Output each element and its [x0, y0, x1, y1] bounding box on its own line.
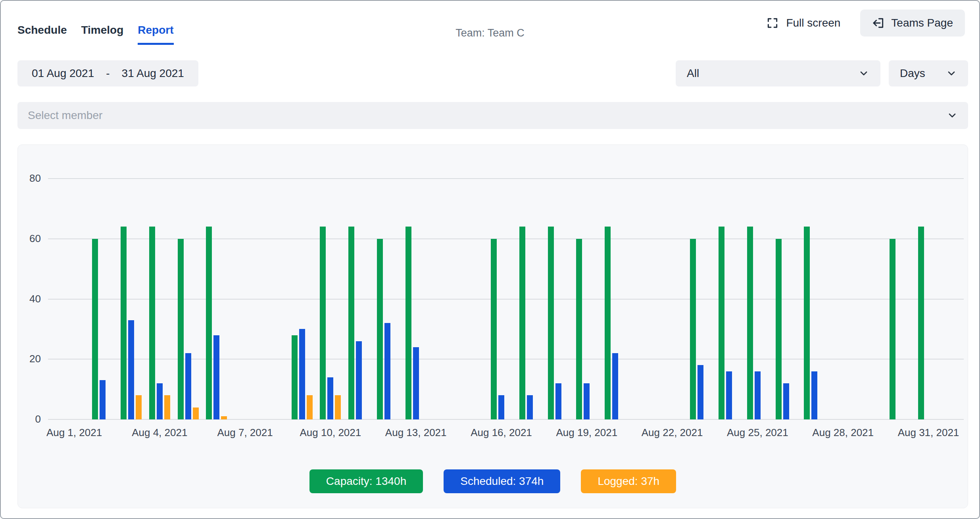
y-axis-tick-label: 40	[17, 293, 41, 305]
bar-scheduled-aug-3	[128, 320, 134, 419]
x-axis-tick-label: Aug 13, 2021	[368, 427, 463, 439]
bar-chart: 020406080Aug 1, 2021Aug 4, 2021Aug 7, 20…	[48, 179, 964, 419]
app-window: Schedule Timelog Report Team: Team C Ful…	[0, 0, 980, 519]
bar-capacity-aug-10	[320, 227, 326, 419]
y-axis-tick-label: 60	[17, 233, 41, 245]
filter-dropdown-all[interactable]: All	[676, 60, 880, 86]
bar-scheduled-aug-20	[612, 353, 618, 419]
x-axis-tick-label: Aug 16, 2021	[454, 427, 549, 439]
y-axis-tick-label: 80	[17, 172, 41, 185]
bar-capacity-aug-18	[548, 227, 554, 419]
bar-scheduled-aug-11	[356, 341, 362, 419]
fullscreen-button[interactable]: Full screen	[764, 16, 843, 30]
bar-logged-aug-5	[193, 408, 199, 419]
y-axis-tick-label: 20	[17, 353, 41, 365]
x-axis-tick-label: Aug 28, 2021	[796, 427, 891, 439]
x-axis-tick-label: Aug 7, 2021	[198, 427, 293, 439]
gridline	[48, 178, 964, 179]
bar-capacity-aug-26	[776, 239, 782, 419]
bar-scheduled-aug-12	[384, 323, 390, 419]
date-end: 31 Aug 2021	[122, 67, 184, 80]
chevron-down-icon	[946, 68, 957, 79]
bar-capacity-aug-20	[605, 227, 611, 419]
bar-capacity-aug-12	[377, 239, 383, 419]
bar-capacity-aug-4	[149, 227, 155, 419]
bar-capacity-aug-2	[92, 239, 98, 419]
granularity-dropdown[interactable]: Days	[889, 60, 968, 86]
gridline	[48, 299, 964, 300]
x-axis-tick-label: Aug 22, 2021	[625, 427, 720, 439]
chart-panel: 020406080Aug 1, 2021Aug 4, 2021Aug 7, 20…	[17, 144, 968, 508]
y-axis-tick-label: 0	[17, 413, 41, 425]
bar-scheduled-aug-24	[726, 371, 732, 419]
teams-page-button[interactable]: Teams Page	[860, 10, 965, 37]
x-axis-tick-label: Aug 31, 2021	[881, 427, 976, 439]
bar-scheduled-aug-16	[498, 395, 504, 419]
bar-scheduled-aug-27	[811, 371, 817, 419]
bar-scheduled-aug-10	[327, 377, 333, 419]
bar-capacity-aug-17	[519, 227, 525, 419]
bar-capacity-aug-16	[491, 239, 497, 419]
date-range-picker[interactable]: 01 Aug 2021 - 31 Aug 2021	[17, 60, 198, 86]
bar-scheduled-aug-25	[755, 371, 761, 419]
bar-scheduled-aug-5	[185, 353, 191, 419]
bar-capacity-aug-9	[292, 335, 298, 419]
date-start: 01 Aug 2021	[32, 67, 94, 80]
topbar-actions: Full screen Teams Page	[764, 10, 965, 37]
bar-scheduled-aug-17	[527, 395, 533, 419]
bar-capacity-aug-31	[918, 227, 924, 419]
teams-page-label: Teams Page	[891, 17, 953, 29]
fullscreen-label: Full screen	[786, 17, 840, 29]
bar-logged-aug-4	[164, 395, 170, 419]
x-axis-tick-label: Aug 1, 2021	[27, 427, 122, 439]
bar-scheduled-aug-6	[213, 335, 219, 419]
legend-logged-button[interactable]: Logged: 37h	[581, 469, 676, 493]
member-select-placeholder: Select member	[28, 109, 102, 122]
bar-capacity-aug-24	[719, 227, 724, 419]
member-select[interactable]: Select member	[17, 102, 968, 129]
bar-scheduled-aug-18	[555, 383, 561, 419]
date-separator: -	[106, 67, 110, 80]
bar-logged-aug-10	[335, 395, 341, 419]
bar-scheduled-aug-9	[299, 329, 305, 419]
bar-capacity-aug-13	[405, 227, 411, 419]
bar-capacity-aug-23	[690, 239, 696, 419]
fullscreen-icon	[766, 17, 779, 29]
legend-scheduled-button[interactable]: Scheduled: 374h	[444, 469, 560, 493]
x-axis-tick-label: Aug 4, 2021	[112, 427, 207, 439]
bar-logged-aug-9	[307, 395, 313, 419]
bar-capacity-aug-11	[348, 227, 354, 419]
x-axis-tick-label: Aug 19, 2021	[539, 427, 634, 439]
legend-capacity-button[interactable]: Capacity: 1340h	[309, 469, 423, 493]
filter-all-value: All	[687, 67, 699, 80]
bar-scheduled-aug-13	[413, 347, 419, 419]
bar-capacity-aug-5	[178, 239, 184, 419]
chart-legend: Capacity: 1340h Scheduled: 374h Logged: …	[18, 469, 968, 493]
bar-logged-aug-6	[221, 416, 227, 419]
exit-arrow-icon	[872, 17, 885, 29]
bar-scheduled-aug-4	[157, 383, 163, 419]
x-axis-tick-label: Aug 10, 2021	[283, 427, 378, 439]
bar-scheduled-aug-19	[584, 383, 590, 419]
bar-scheduled-aug-2	[100, 380, 106, 419]
x-axis-tick-label: Aug 25, 2021	[710, 427, 805, 439]
gridline	[48, 238, 964, 239]
bar-capacity-aug-3	[121, 227, 127, 419]
bar-capacity-aug-6	[206, 227, 212, 419]
bar-logged-aug-3	[136, 395, 142, 419]
bar-capacity-aug-25	[747, 227, 753, 419]
bar-capacity-aug-19	[576, 239, 582, 419]
bar-capacity-aug-27	[804, 227, 810, 419]
chevron-down-icon	[858, 68, 869, 79]
granularity-value: Days	[900, 67, 925, 80]
chevron-down-icon	[947, 110, 958, 121]
bar-scheduled-aug-26	[783, 383, 789, 419]
bar-capacity-aug-30	[890, 239, 895, 419]
filter-row: 01 Aug 2021 - 31 Aug 2021 All Days	[17, 60, 968, 86]
bar-scheduled-aug-23	[698, 365, 703, 419]
